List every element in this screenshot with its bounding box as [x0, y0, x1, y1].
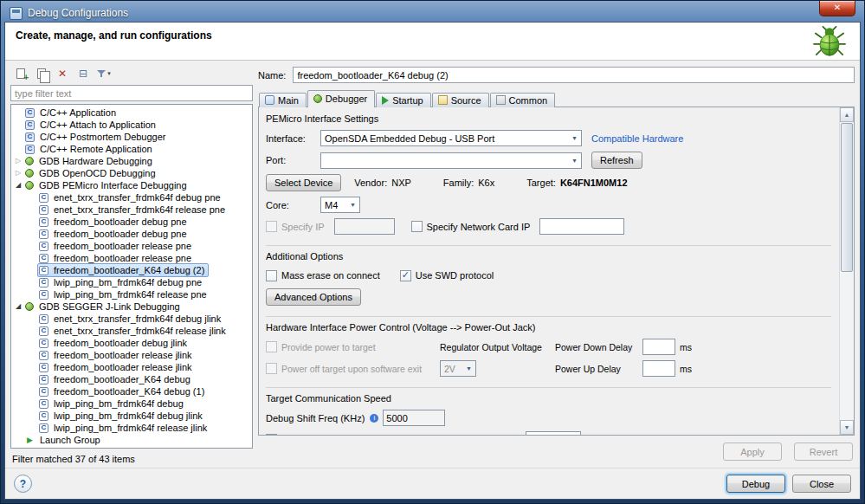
c-config-icon: C — [39, 387, 48, 397]
dialog-header: Create, manage, and run configurations — [5, 23, 860, 61]
dropdown-caret-icon: ▾ — [107, 70, 111, 77]
mass-erase-label: Mass erase on connect — [281, 270, 380, 281]
c-config-icon: C — [39, 229, 48, 239]
compatible-hardware-link[interactable]: Compatible Hardware — [591, 133, 683, 144]
source-tab-icon — [438, 95, 448, 105]
core-dropdown[interactable]: M4 ▼ — [320, 197, 360, 213]
scrollbar-thumb[interactable] — [841, 123, 853, 272]
collapse-arrow-icon[interactable]: ◢ — [13, 179, 23, 191]
tree-item-label: GDB OpenOCD Debugging — [37, 167, 158, 179]
filter-input[interactable] — [10, 85, 253, 101]
tree-item[interactable]: Clwip_ping_bm_frdmk64f debug — [11, 397, 252, 410]
filter-configurations-button[interactable]: ▾ — [94, 65, 113, 82]
select-device-button[interactable]: Select Device — [266, 174, 341, 191]
advanced-options-button[interactable]: Advanced Options — [266, 288, 361, 306]
close-button[interactable]: Close — [792, 475, 851, 493]
tree-item[interactable]: Cfreedom_bootloader_K64 debug (1) — [11, 385, 252, 397]
use-swd-checkbox[interactable] — [400, 270, 411, 281]
expand-arrow-icon[interactable]: ▷ — [13, 167, 23, 179]
delete-configuration-button[interactable]: ✕ — [53, 65, 72, 82]
tree-item[interactable]: CC/C++ Postmortem Debugger — [11, 131, 252, 143]
tree-item[interactable]: CC/C++ Application — [11, 107, 252, 119]
tree-item[interactable]: Clwip_ping_bm_frdmk64f debug pne — [11, 276, 252, 288]
close-window-button[interactable]: ✕ — [819, 1, 855, 16]
tab-main[interactable]: Main — [259, 93, 307, 107]
tree-item[interactable]: Cfreedom_bootloader release pne — [11, 252, 252, 264]
tree-item[interactable]: Clwip_ping_bm_frdmk64f debug jlink — [11, 410, 252, 422]
power-up-delay-input[interactable] — [642, 360, 675, 377]
info-icon[interactable]: i — [370, 414, 378, 423]
tree-item[interactable]: Clwip_ping_bm_frdmk64f release pne — [11, 288, 252, 300]
port-dropdown[interactable]: ▼ — [320, 152, 582, 169]
tree-item[interactable]: Cfreedom_bootloader debug pne — [11, 228, 252, 240]
tree-item[interactable]: Cfreedom_bootloader debug pne — [11, 216, 252, 228]
tree-item[interactable]: Cenet_txrx_transfer_frdmk64f release pne — [11, 204, 252, 216]
configuration-name-input[interactable] — [293, 67, 855, 83]
tree-item[interactable]: CC/C++ Remote Application — [11, 143, 252, 155]
tab-common[interactable]: Common — [490, 93, 556, 107]
duplicate-configuration-button[interactable] — [32, 65, 51, 82]
specify-network-card-checkbox[interactable] — [411, 221, 423, 232]
scrollbar-down-button[interactable]: ▼ — [840, 420, 854, 435]
delay-after-reset-checkbox[interactable] — [266, 434, 277, 436]
tree-item[interactable]: Cenet_txrx_transfer_frdmk64f debug pne — [11, 191, 252, 204]
debug-category-icon — [25, 302, 34, 311]
tree-item[interactable]: Cfreedom_bootloader debug jlink — [11, 337, 252, 349]
window-icon — [10, 7, 23, 20]
vendor-value: NXP — [391, 178, 411, 188]
power-off-checkbox[interactable] — [266, 363, 277, 374]
tree-item[interactable]: Cfreedom_bootloader release pne — [11, 240, 252, 252]
tree-item[interactable]: Cfreedom_bootloader_K64 debug (2) — [11, 264, 252, 276]
tree-item[interactable]: Clwip_ping_bm_frdmk64f release jlink — [11, 422, 252, 434]
tree-item[interactable]: Cfreedom_bootloader release jlink — [11, 349, 252, 361]
debug-shift-freq-label: Debug Shift Freq (KHz) — [266, 413, 365, 423]
specify-ip-checkbox[interactable] — [266, 221, 277, 232]
tree-item[interactable]: ▷GDB Hardware Debugging — [11, 155, 252, 167]
c-config-icon: C — [39, 411, 48, 421]
tree-item[interactable]: ▶Launch Group — [11, 434, 252, 446]
debug-shift-freq-input[interactable] — [383, 410, 445, 426]
new-configuration-button[interactable] — [11, 65, 30, 82]
revert-button[interactable]: Revert — [794, 443, 853, 461]
c-config-icon: C — [39, 375, 48, 384]
tab-debugger[interactable]: Debugger — [307, 90, 375, 107]
debug-category-icon — [25, 157, 34, 165]
dialog-content: ✕ ⊟ ▾ CC/C++ ApplicationCC/C++ Attach to… — [5, 61, 860, 468]
tree-item[interactable]: Cfreedom_bootloader release jlink — [11, 361, 252, 373]
c-config-icon: C — [39, 266, 48, 275]
ip-address-input[interactable] — [334, 218, 395, 235]
collapse-arrow-icon[interactable]: ◢ — [13, 300, 23, 313]
collapse-all-button[interactable]: ⊟ — [74, 65, 93, 82]
tree-item-label: freedom_bootloader release jlink — [52, 349, 194, 361]
tree-item[interactable]: Cfreedom_bootloader_K64 debug — [11, 373, 252, 385]
refresh-button[interactable]: Refresh — [591, 152, 642, 169]
dialog-header-text: Create, manage, and run configurations — [16, 29, 849, 42]
mass-erase-checkbox[interactable] — [266, 270, 277, 281]
tree-item[interactable]: ◢GDB SEGGER J-Link Debugging — [11, 300, 252, 313]
tree-item[interactable]: Cenet_txrx_transfer_frdmk64f debug jlink — [11, 313, 252, 325]
tab-source[interactable]: Source — [432, 93, 489, 107]
voltage-dropdown[interactable]: 2V ▼ — [440, 360, 476, 377]
scrollbar-up-button[interactable]: ▲ — [840, 107, 854, 122]
tree-item[interactable]: Cenet_txrx_transfer_frdmk64f release jli… — [11, 325, 252, 337]
expand-arrow-icon[interactable]: ▷ — [13, 155, 23, 167]
tree-item[interactable]: CC/C++ Attach to Application — [11, 119, 252, 131]
tree-item-inner[interactable]: ▶Launch Group — [23, 433, 105, 447]
titlebar[interactable]: Debug Configurations ✕ — [4, 1, 861, 22]
tree-item[interactable]: ◢GDB PEMicro Interface Debugging — [11, 179, 252, 191]
tab-startup[interactable]: Startup — [376, 93, 430, 107]
help-button[interactable]: ? — [14, 475, 32, 493]
interface-dropdown[interactable]: OpenSDA Embedded Debug - USB Port ▼ — [320, 130, 582, 146]
tree-item[interactable]: ▷GDB OpenOCD Debugging — [11, 167, 252, 179]
delay-after-reset-input[interactable] — [526, 431, 581, 436]
debug-button[interactable]: Debug — [726, 475, 785, 493]
network-card-ip-input[interactable] — [539, 218, 624, 235]
tree-item-label: freedom_bootloader_K64 debug (1) — [52, 385, 206, 397]
apply-button[interactable]: Apply — [723, 443, 782, 461]
configuration-tree[interactable]: CC/C++ ApplicationCC/C++ Attach to Appli… — [10, 104, 253, 449]
tree-item-label: lwip_ping_bm_frdmk64f debug pne — [52, 276, 203, 288]
c-config-icon: C — [39, 278, 48, 288]
provide-power-checkbox[interactable] — [266, 341, 277, 352]
power-down-delay-input[interactable] — [642, 339, 675, 355]
vertical-scrollbar[interactable]: ▲ ▼ — [839, 107, 854, 435]
